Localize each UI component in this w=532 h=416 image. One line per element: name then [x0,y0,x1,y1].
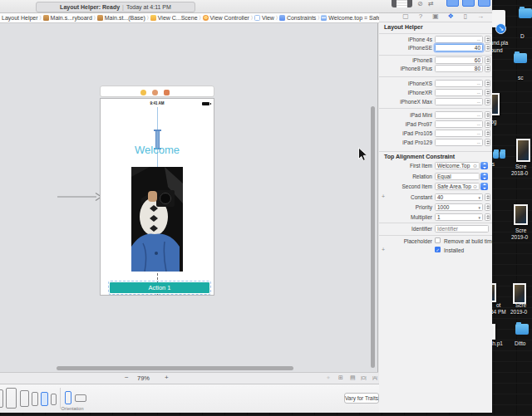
hero-image-view[interactable] [131,167,183,272]
device-ipad-icon[interactable] [20,390,29,407]
attributes-inspector-tab[interactable]: ❖ [446,12,456,20]
orientation-landscape-icon[interactable] [75,394,86,402]
desktop-folder-icon[interactable] [515,324,529,335]
desktop-folder-label[interactable]: D [520,33,525,39]
ipadpro97-constant-field[interactable] [435,120,483,128]
quick-help-tab[interactable]: ? [416,12,426,20]
desktop-screenshot-label[interactable]: 54 PM [490,309,506,315]
stepper-control[interactable] [485,56,490,64]
constant-combo-field[interactable]: 40▾ [435,193,483,201]
size-inspector-tab[interactable]: ▯ [461,12,470,20]
circle-slash-icon[interactable]: ⊘ [417,0,423,7]
device-ipad-icon[interactable] [0,389,3,408]
remove-at-build-time-checkbox[interactable] [435,237,441,243]
desktop-folder-icon[interactable] [514,53,527,63]
breadcrumb-item[interactable]: View C...Scene [150,15,198,21]
stepper-control[interactable] [485,65,490,72]
stepper-control[interactable] [485,89,490,96]
exit-icon[interactable] [164,90,170,95]
breadcrumb-item[interactable]: View [254,15,274,21]
zoom-level[interactable]: 79% [137,374,150,382]
desktop-screenshot-label[interactable]: Scre [515,228,526,233]
desktop-folder-icon[interactable] [493,151,499,159]
breadcrumb-item[interactable]: Layout Helper [2,15,38,21]
second-item-dropdown[interactable]: Safe Area.Top⊙ [435,183,480,190]
breadcrumb-item[interactable]: Constraints [279,15,316,21]
iphonexmax-constant-field[interactable] [435,98,483,105]
embed-in-icon[interactable]: ⊞ [338,374,342,381]
ipadpro129-constant-field[interactable] [435,139,483,146]
canvas-horizontal-scrollbar[interactable] [57,366,293,370]
zoom-in-button[interactable]: + [165,374,169,381]
iphonese-constant-field[interactable] [435,44,483,51]
ipadmini-constant-field[interactable] [435,111,483,119]
ipadpro105-constant-field[interactable] [435,130,483,137]
dropdown-chevrons-icon[interactable] [480,173,488,180]
view-controller-icon[interactable] [140,90,146,95]
dropdown-chevrons-icon[interactable] [480,162,488,169]
initial-view-arrow[interactable] [55,191,105,203]
connections-inspector-tab[interactable]: → [475,12,485,20]
breadcrumb-item[interactable]: Main.st...(Base) [97,15,145,21]
desktop-folder-icon[interactable] [519,8,532,18]
desktop-screenshot-label[interactable]: 2019-0 [510,309,527,315]
action-1-button[interactable]: Action 1 [110,282,209,293]
stepper-control[interactable] [485,203,490,211]
installed-checkbox[interactable]: ✓ [435,247,441,252]
inspector-panel-toggle[interactable] [478,0,490,7]
dropdown-chevrons-icon[interactable] [480,183,488,190]
desktop-screenshot-label[interactable]: Scre [515,164,526,169]
desktop-folder-label[interactable]: sc [518,75,524,81]
stack-icon[interactable]: ▤ [350,374,355,381]
stepper-control[interactable] [485,139,490,146]
desktop-folder-icon[interactable] [500,151,505,159]
desktop-screenshot-icon[interactable] [516,139,530,162]
stepper-control[interactable] [485,120,490,128]
update-frames-icon[interactable]: ⌖ [327,374,329,381]
desktop-screenshot-icon[interactable] [514,204,528,225]
orientation-portrait-icon[interactable] [65,391,71,404]
breadcrumb-item[interactable]: Main.s...ryboard [43,15,92,21]
iphone8-constant-field[interactable] [435,56,483,64]
breadcrumb-item[interactable]: View Controller [203,15,249,21]
desktop-screenshot-icon[interactable] [513,283,526,304]
first-responder-icon[interactable] [152,90,158,95]
navigator-panel-toggle[interactable] [446,0,459,7]
stepper-control[interactable] [485,98,490,105]
stepper-control[interactable] [485,36,490,43]
iphone4s-constant-field[interactable] [435,36,483,43]
device-ipad-large-icon[interactable] [6,388,17,409]
stepper-control[interactable] [485,193,490,201]
welcome-label[interactable]: Welcome [101,144,214,156]
identifier-field[interactable] [435,225,489,232]
view-controller-view[interactable]: 9:41 AM Welcome [100,98,214,296]
stepper-control[interactable] [485,111,490,119]
iphonexr-constant-field[interactable] [435,89,483,96]
multiplier-combo-field[interactable]: 1▾ [435,213,483,221]
device-iphone-selected-icon[interactable] [41,392,48,406]
device-iphone-small-icon[interactable] [51,394,57,405]
canvas-vertical-scrollbar[interactable] [371,106,375,368]
desktop-screenshot-label[interactable]: 2018-0 [511,170,528,176]
storyboard-canvas[interactable]: 9:41 AM Welcome [0,23,378,372]
vary-for-traits-button[interactable]: Vary for Traits [344,393,379,404]
iphonexs-constant-field[interactable] [435,80,483,87]
debug-panel-toggle[interactable] [462,0,475,7]
align-icon[interactable]: |O| [361,375,366,380]
editor-mode-button[interactable] [392,0,412,7]
file-inspector-tab[interactable]: ▢ [401,12,411,20]
relation-dropdown[interactable]: Equal [435,173,480,180]
iphone8plus-constant-field[interactable] [435,65,483,72]
swap-arrows-icon[interactable]: ⇄ [428,0,434,7]
identity-inspector-tab[interactable]: ▣ [431,12,441,20]
desktop-folder-label[interactable]: Ditto [515,340,525,346]
breadcrumb-item[interactable]: Welcome.top = Safe Area.top + 40 [321,15,379,21]
desktop-screenshot-label[interactable]: ot [496,302,500,308]
stepper-control[interactable] [485,130,490,137]
desktop-screenshot-label[interactable]: 2019-0 [511,234,528,240]
pin-constraints-icon[interactable]: |A| [372,375,377,380]
device-iphone-icon[interactable] [32,392,38,406]
stepper-control[interactable] [485,44,490,51]
stepper-control[interactable] [485,213,490,221]
priority-combo-field[interactable]: 1000▾ [435,203,483,211]
